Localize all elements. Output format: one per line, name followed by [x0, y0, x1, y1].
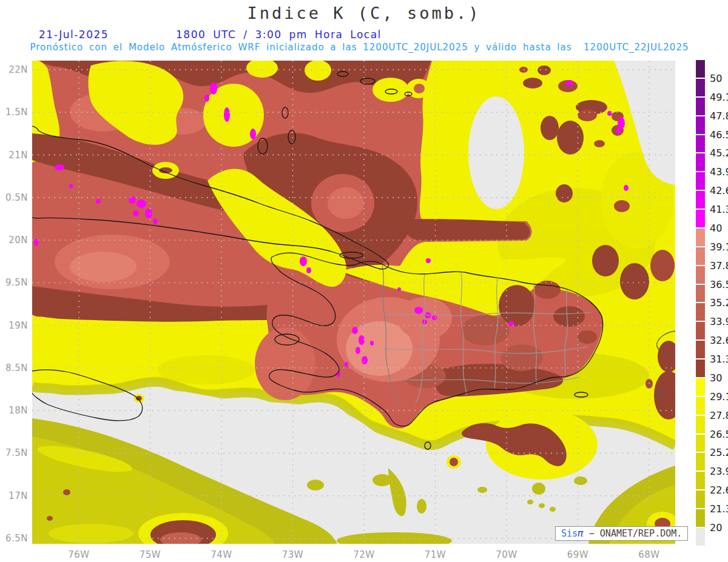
- colorbar-tick-label: 27.8: [710, 410, 728, 421]
- colorbar-tick-label: 37.8: [710, 260, 728, 272]
- lon-tick-label: 76W: [66, 549, 92, 560]
- colorbar-segment: [695, 116, 706, 135]
- colorbar-tick-label: 42.6: [710, 185, 728, 196]
- colorbar-segment: [695, 509, 706, 527]
- colorbar-segment: [695, 359, 706, 378]
- colorbar-segment: [695, 452, 706, 471]
- lon-tick-label: 75W: [137, 549, 164, 560]
- colorbar-segment: [695, 190, 706, 209]
- colorbar-segment: [695, 340, 706, 359]
- colorbar-tick-label: 30: [710, 372, 722, 384]
- lat-tick-label: 18N: [1, 405, 28, 416]
- lon-tick-label: 72W: [351, 549, 377, 560]
- lat-tick-label: 0.5N: [1, 192, 28, 203]
- k-index-map: [32, 61, 675, 544]
- lat-tick-label: 7.5N: [1, 447, 28, 458]
- lat-tick-label: 6.5N: [1, 533, 28, 544]
- colorbar-segment: [695, 153, 706, 172]
- colorbar-tick-label: 36.5: [710, 279, 728, 290]
- lon-tick-label: 69W: [565, 549, 592, 560]
- colorbar-tick-label: 33.9: [710, 316, 728, 327]
- colorbar-tick-label: 31.3: [710, 353, 728, 365]
- colorbar-tick-label: 49.1: [710, 92, 728, 103]
- colorbar-segment: [695, 78, 706, 97]
- sispi-brand: Sis: [561, 528, 578, 539]
- colorbar-tick-label: 50: [710, 73, 722, 84]
- colorbar-tick-label: 20: [710, 522, 722, 534]
- colorbar-tick-label: 46.5: [710, 129, 728, 141]
- lon-tick-label: 70W: [493, 549, 520, 560]
- colorbar-segment: [695, 321, 706, 340]
- lat-tick-label: 1.5N: [1, 107, 28, 118]
- colorbar-tick-label: 26.5: [710, 429, 728, 440]
- lat-tick-label: 9.5N: [1, 277, 28, 288]
- pi-symbol: π: [578, 527, 584, 539]
- colorbar-segment: [695, 471, 706, 490]
- colorbar-segment: [695, 415, 706, 434]
- onamet-watermark: Sisπ − ONAMET/REP.DOM.: [555, 526, 688, 541]
- colorbar-tick-label: 35.2: [710, 297, 728, 309]
- colorbar-segment: [695, 247, 706, 266]
- lon-tick-label: 74W: [208, 549, 235, 560]
- colorbar-tick-label: 43.9: [710, 166, 728, 178]
- colorbar-segment: [695, 172, 706, 190]
- colorbar-tick-label: 23.9: [710, 466, 728, 477]
- forecast-date: 21-Jul-2025: [39, 28, 109, 41]
- colorbar-tick-label: 40: [710, 222, 722, 234]
- colorbar-tick-label: 39.1: [710, 241, 728, 253]
- colorbar-segment: [695, 527, 706, 546]
- k-index-colorbar: [695, 59, 706, 546]
- model-subtitle: Pronóstico con el Modelo Atmósferico WRF…: [0, 42, 719, 53]
- colorbar-segment: [695, 97, 706, 116]
- colorbar-tick-label: 25.2: [710, 447, 728, 458]
- colorbar-tick-label: 21.3: [710, 503, 728, 515]
- lat-tick-label: 22N: [1, 64, 28, 75]
- colorbar-segment: [695, 378, 706, 396]
- lon-tick-label: 68W: [636, 549, 662, 560]
- colorbar-segment: [695, 266, 706, 284]
- lon-tick-label: 73W: [280, 549, 306, 560]
- colorbar-segment: [695, 135, 706, 153]
- lat-tick-label: 17N: [1, 490, 28, 501]
- forecast-time: 1800 UTC / 3:00 pm Hora Local: [176, 28, 382, 41]
- colorbar-tick-label: 45.2: [710, 147, 728, 159]
- colorbar-segment: [695, 490, 706, 509]
- colorbar-tick-label: 29.1: [710, 391, 728, 403]
- page-title: Indice K (C, somb.): [0, 4, 728, 22]
- colorbar-segment: [695, 284, 706, 303]
- lat-tick-label: 21N: [1, 150, 28, 161]
- colorbar-segment: [695, 434, 706, 453]
- colorbar-tick-label: 22.6: [710, 484, 728, 496]
- forecast-map-page: Indice K (C, somb.) 21-Jul-2025 1800 UTC…: [0, 0, 728, 562]
- colorbar-segment: [695, 59, 706, 78]
- colorbar-tick-label: 32.6: [710, 335, 728, 346]
- colorbar-segment: [695, 303, 706, 321]
- watermark-suffix: − ONAMET/REP.DOM.: [584, 528, 682, 539]
- colorbar-tick-label: 41.3: [710, 204, 728, 215]
- lat-tick-label: 20N: [1, 235, 28, 246]
- colorbar-segment: [695, 228, 706, 247]
- lon-tick-label: 71W: [422, 549, 449, 560]
- colorbar-segment: [695, 396, 706, 415]
- lat-tick-label: 8.5N: [1, 363, 28, 373]
- colorbar-tick-label: 47.8: [710, 110, 728, 122]
- colorbar-segment: [695, 209, 706, 228]
- lat-tick-label: 19N: [1, 320, 28, 331]
